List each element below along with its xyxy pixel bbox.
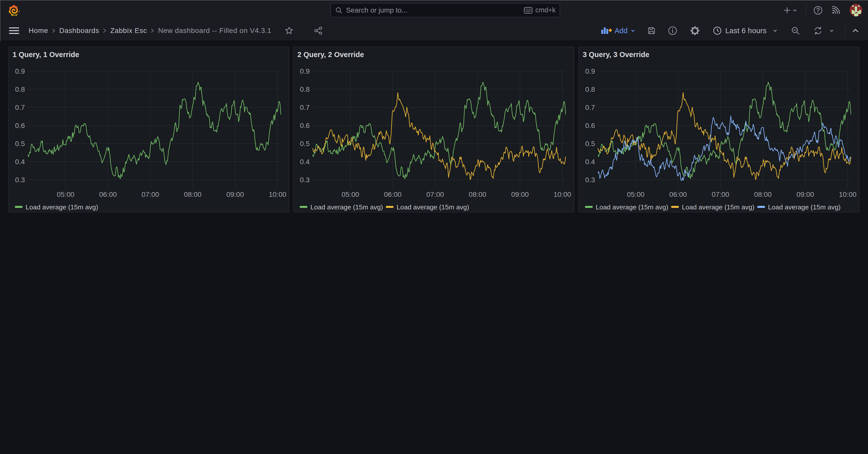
svg-text:1 Query, 1 Override: 1 Query, 1 Override bbox=[12, 51, 79, 59]
svg-text:09:00: 09:00 bbox=[797, 191, 814, 198]
svg-text:08:00: 08:00 bbox=[184, 191, 202, 198]
svg-text:Load average (15m avg): Load average (15m avg) bbox=[26, 203, 98, 211]
svg-text:0.7: 0.7 bbox=[15, 104, 25, 111]
svg-text:05:00: 05:00 bbox=[342, 191, 359, 198]
svg-text:07:00: 07:00 bbox=[712, 191, 730, 198]
svg-text:08:00: 08:00 bbox=[469, 191, 486, 198]
svg-text:07:00: 07:00 bbox=[142, 191, 159, 198]
svg-text:06:00: 06:00 bbox=[384, 191, 402, 198]
svg-text:10:00: 10:00 bbox=[269, 191, 286, 198]
svg-text:0.4: 0.4 bbox=[585, 158, 595, 166]
svg-text:0.4: 0.4 bbox=[300, 158, 310, 166]
svg-text:Load average (15m avg): Load average (15m avg) bbox=[768, 203, 841, 211]
svg-text:0.6: 0.6 bbox=[300, 122, 310, 130]
svg-text:07:00: 07:00 bbox=[427, 191, 444, 198]
svg-text:3 Query, 3 Override: 3 Query, 3 Override bbox=[583, 51, 649, 59]
svg-text:0.7: 0.7 bbox=[585, 104, 595, 111]
svg-text:0.5: 0.5 bbox=[15, 140, 25, 147]
svg-text:10:00: 10:00 bbox=[554, 191, 571, 198]
svg-text:Load average (15m avg): Load average (15m avg) bbox=[397, 203, 469, 211]
svg-text:08:00: 08:00 bbox=[754, 191, 772, 198]
svg-text:0.5: 0.5 bbox=[585, 140, 595, 147]
svg-text:06:00: 06:00 bbox=[669, 191, 687, 198]
svg-text:0.8: 0.8 bbox=[300, 85, 310, 93]
svg-text:Load average (15m avg): Load average (15m avg) bbox=[310, 203, 383, 211]
svg-text:0.3: 0.3 bbox=[15, 176, 25, 184]
svg-text:05:00: 05:00 bbox=[57, 191, 74, 198]
svg-text:Load average (15m avg): Load average (15m avg) bbox=[596, 203, 668, 211]
svg-text:0.4: 0.4 bbox=[15, 158, 25, 166]
svg-text:Load average (15m avg): Load average (15m avg) bbox=[682, 203, 754, 211]
svg-text:0.6: 0.6 bbox=[15, 122, 25, 130]
svg-text:0.8: 0.8 bbox=[15, 85, 25, 93]
svg-text:0.3: 0.3 bbox=[585, 176, 595, 184]
svg-text:10:00: 10:00 bbox=[839, 191, 857, 198]
svg-text:2 Query, 2 Override: 2 Query, 2 Override bbox=[298, 51, 364, 59]
svg-text:09:00: 09:00 bbox=[511, 191, 529, 198]
svg-text:05:00: 05:00 bbox=[627, 191, 645, 198]
svg-text:0.9: 0.9 bbox=[15, 67, 25, 75]
svg-text:09:00: 09:00 bbox=[226, 191, 244, 198]
svg-text:0.8: 0.8 bbox=[585, 85, 595, 93]
svg-text:0.3: 0.3 bbox=[300, 176, 310, 184]
svg-text:0.7: 0.7 bbox=[300, 104, 310, 111]
svg-text:0.6: 0.6 bbox=[585, 122, 595, 130]
svg-text:0.9: 0.9 bbox=[300, 67, 310, 75]
svg-text:0.5: 0.5 bbox=[300, 140, 310, 147]
svg-text:06:00: 06:00 bbox=[99, 191, 117, 198]
svg-text:0.9: 0.9 bbox=[585, 67, 595, 75]
